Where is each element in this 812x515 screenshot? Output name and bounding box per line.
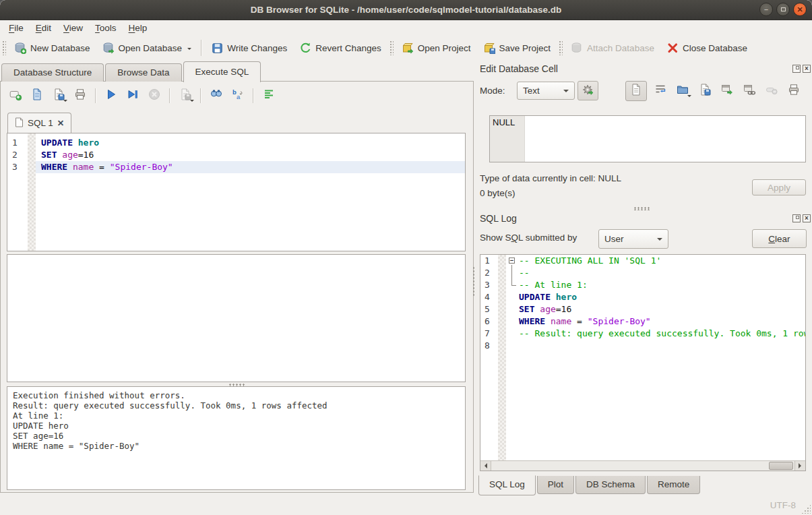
stop-icon xyxy=(148,88,161,104)
auto-apply-gear-icon xyxy=(582,83,595,99)
auto-apply-gear-button[interactable] xyxy=(577,81,598,100)
write-changes-button[interactable]: Write Changes xyxy=(205,38,293,57)
export-data-button[interactable] xyxy=(696,82,714,100)
dock-tab-sql-log[interactable]: SQL Log xyxy=(478,475,536,495)
code-line: 4UPDATE hero xyxy=(480,291,805,303)
find-replace-icon: ba xyxy=(231,88,245,104)
submitted-by-select[interactable]: User xyxy=(598,229,668,249)
execute-all-button[interactable] xyxy=(102,86,120,104)
scrollbar-thumb[interactable] xyxy=(769,462,793,470)
dropdown-arrow-icon xyxy=(63,100,67,104)
open-sql-file-button[interactable] xyxy=(28,86,46,104)
tab-browse-data[interactable]: Browse Data xyxy=(105,63,181,82)
sql-editor-tab[interactable]: SQL 1 ✕ xyxy=(7,113,71,133)
execute-current-line-button[interactable] xyxy=(123,86,142,104)
toolbar-separator xyxy=(95,88,96,103)
set-null-icon xyxy=(765,83,778,99)
open-project-button[interactable]: Open Project xyxy=(396,38,477,57)
find-button[interactable] xyxy=(207,86,225,104)
execute-sql-pane: ba SQL 1 ✕ 1UPDATE hero2SET age=163WHERE… xyxy=(0,81,474,493)
write-changes-icon xyxy=(211,42,223,54)
fold-marker-icon[interactable]: − xyxy=(509,255,519,267)
menu-view[interactable]: View xyxy=(57,22,89,34)
new-database-button[interactable]: New Database xyxy=(8,38,96,57)
float-panel-icon[interactable] xyxy=(792,65,801,73)
line-number: 8 xyxy=(480,340,498,352)
save-project-icon xyxy=(483,42,495,54)
menu-tools[interactable]: Tools xyxy=(89,22,123,34)
line-number: 3 xyxy=(7,161,28,173)
copy-url-icon xyxy=(743,83,756,99)
dropdown-arrow-icon xyxy=(187,48,191,52)
line-number: 3 xyxy=(480,279,498,291)
print-button[interactable] xyxy=(785,82,803,100)
svg-text:a: a xyxy=(237,92,241,100)
toolbar-button-label: Close Database xyxy=(683,43,747,53)
float-panel-icon[interactable] xyxy=(792,214,801,222)
line-number: 6 xyxy=(480,315,498,328)
maximize-icon[interactable] xyxy=(776,3,790,16)
print-button[interactable] xyxy=(71,86,89,104)
toolbar-separator xyxy=(253,88,253,103)
window-title: DB Browser for SQLite - /home/user/code/… xyxy=(0,0,812,20)
mode-label: Mode: xyxy=(480,86,505,96)
revert-changes-button[interactable]: Revert Changes xyxy=(293,38,387,57)
scrollbar-track[interactable] xyxy=(491,461,794,471)
mode-select[interactable]: Text xyxy=(517,82,575,100)
window-controls: −✕ xyxy=(759,3,807,16)
fold-margin xyxy=(509,328,519,340)
tab-database-structure[interactable]: Database Structure xyxy=(1,63,104,82)
close-database-button[interactable]: Close Database xyxy=(660,38,753,57)
dock-tab-plot[interactable]: Plot xyxy=(537,476,574,494)
clear-button[interactable]: Clear xyxy=(752,229,807,248)
save-project-button[interactable]: Save Project xyxy=(477,38,557,57)
menu-help[interactable]: Help xyxy=(123,22,154,34)
tab-execute-sql[interactable]: Execute SQL xyxy=(183,61,261,82)
close-icon[interactable]: ✕ xyxy=(793,3,807,16)
toolbar-handle[interactable] xyxy=(559,40,563,55)
toolbar-button-label: Open Database xyxy=(119,43,183,53)
sql-log-filter-row: Show SQL submitted by User Clear xyxy=(476,229,812,249)
find-replace-button[interactable]: ba xyxy=(228,86,247,104)
copy-url-button[interactable] xyxy=(741,82,758,100)
save-sql-file-button[interactable] xyxy=(49,86,67,104)
dock-splitter-handle[interactable] xyxy=(633,207,651,210)
close-panel-icon[interactable]: × xyxy=(803,65,811,73)
dock-tab-db-schema[interactable]: DB Schema xyxy=(575,476,646,494)
scroll-left-icon[interactable] xyxy=(480,461,491,471)
text-mode-button[interactable] xyxy=(625,81,647,101)
dock-tabbar: SQL LogPlotDB SchemaRemote xyxy=(478,476,701,495)
code-line: 3WHERE name = "Spider-Boy" xyxy=(7,161,465,173)
import-data-button[interactable] xyxy=(674,82,691,100)
find-icon xyxy=(210,88,223,104)
cell-type-info: Type of data currently in cell: NULL xyxy=(480,173,621,183)
open-sql-tab-button[interactable] xyxy=(6,86,24,104)
code-line: 5SET age=16 xyxy=(480,303,805,315)
resize-grip-icon[interactable] xyxy=(801,504,811,514)
toolbar-handle[interactable] xyxy=(389,40,394,55)
format-sql-button[interactable] xyxy=(259,86,278,104)
export-data-icon xyxy=(698,83,712,99)
menu-edit[interactable]: Edit xyxy=(30,22,57,34)
scroll-right-icon[interactable] xyxy=(794,461,805,471)
sql-editor[interactable]: 1UPDATE hero2SET age=163WHERE name = "Sp… xyxy=(7,133,466,251)
toolbar-handle[interactable] xyxy=(2,40,6,55)
dock-tab-remote[interactable]: Remote xyxy=(647,476,700,494)
toolbar-button-label: Attach Database xyxy=(587,43,654,53)
code-line: 1UPDATE hero xyxy=(7,137,465,149)
cell-editor[interactable]: NULL xyxy=(489,115,806,162)
minimize-icon[interactable]: − xyxy=(759,3,773,16)
open-external-button[interactable] xyxy=(718,82,736,100)
close-tab-icon[interactable]: ✕ xyxy=(57,118,64,128)
code-line: 8 xyxy=(480,340,805,352)
fold-margin xyxy=(509,303,519,315)
word-wrap-button[interactable] xyxy=(652,82,669,100)
code-line: 2SET age=16 xyxy=(7,149,465,161)
main-tabbar: Database StructureBrowse DataExecute SQL xyxy=(1,61,262,82)
open-project-icon xyxy=(402,42,414,54)
close-panel-icon[interactable]: × xyxy=(803,214,811,222)
open-database-button[interactable]: Open Database xyxy=(96,38,198,57)
line-number: 5 xyxy=(480,303,498,315)
fold-margin xyxy=(509,340,519,352)
menu-file[interactable]: File xyxy=(3,22,30,34)
